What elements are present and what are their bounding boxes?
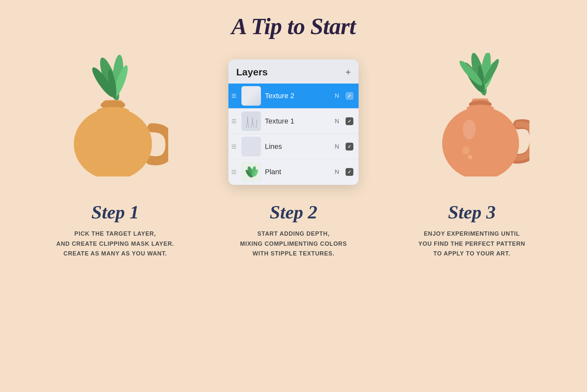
step-3-title: Step 3 xyxy=(448,201,496,223)
layer-mode-plant: N xyxy=(335,169,339,176)
svg-point-35 xyxy=(467,105,494,112)
layer-item-texture2[interactable]: Texture 2 N xyxy=(228,84,359,108)
drag-handle-plant xyxy=(232,170,238,174)
content-row: Layers + Texture 2 N xyxy=(0,53,587,185)
layer-item-texture1[interactable]: Texture 1 N xyxy=(228,109,359,134)
right-section xyxy=(380,53,567,180)
svg-point-7 xyxy=(74,108,152,176)
right-plant-leaves xyxy=(457,53,501,97)
drag-handle-texture1 xyxy=(232,119,238,123)
step-2-desc: START ADDING DEPTH,MIXING COMPLIMENTING … xyxy=(240,229,347,259)
svg-point-33 xyxy=(442,107,519,176)
step-1-title: Step 1 xyxy=(91,201,139,223)
middle-section: Layers + Texture 2 N xyxy=(207,53,381,185)
layer-name-texture1: Texture 1 xyxy=(265,117,331,125)
svg-point-36 xyxy=(462,147,470,154)
step-2-title: Step 2 xyxy=(270,201,318,223)
steps-row: Step 1 PICK THE TARGET LAYER,AND CREATE … xyxy=(0,191,587,259)
layers-panel: Layers + Texture 2 N xyxy=(228,59,359,185)
step-3-desc: ENJOY EXPERIMENTING UNTILYOU FIND THE PE… xyxy=(418,229,526,259)
thumbnail-plant xyxy=(241,162,261,182)
layer-mode-texture1: N xyxy=(335,118,339,125)
layer-name-lines: Lines xyxy=(265,142,331,151)
step-3-section: Step 3 ENJOY EXPERIMENTING UNTILYOU FIND… xyxy=(383,201,561,259)
drag-handle-texture2 xyxy=(232,94,238,98)
layer-name-plant: Plant xyxy=(265,168,331,176)
layer-checkbox-texture2[interactable] xyxy=(346,92,353,100)
step-2-section: Step 2 START ADDING DEPTH,MIXING COMPLIM… xyxy=(204,201,383,259)
layer-item-plant[interactable]: Plant N xyxy=(228,160,359,184)
thumbnail-texture1 xyxy=(241,111,261,131)
layer-mode-lines: N xyxy=(335,143,339,150)
step-1-desc: PICK THE TARGET LAYER,AND CREATE CLIPPIN… xyxy=(56,229,174,259)
left-plant-leaves xyxy=(89,54,130,102)
layer-checkbox-lines[interactable] xyxy=(346,143,353,150)
layers-add-button[interactable]: + xyxy=(346,68,351,77)
left-vase-container xyxy=(58,53,168,176)
layer-mode-texture2: N xyxy=(335,93,339,99)
layers-panel-title: Layers xyxy=(236,67,268,78)
svg-point-10 xyxy=(97,107,129,115)
left-section xyxy=(20,53,207,180)
svg-point-37 xyxy=(468,155,472,159)
page-title: A Tip to Start xyxy=(231,13,355,40)
layers-header: Layers + xyxy=(228,59,359,83)
thumbnail-lines xyxy=(241,137,261,156)
drag-handle-lines xyxy=(232,145,238,149)
right-vase-container xyxy=(419,53,529,176)
layer-item-lines[interactable]: Lines N xyxy=(228,134,359,159)
step-1-section: Step 1 PICK THE TARGET LAYER,AND CREATE … xyxy=(26,201,204,259)
layer-checkbox-plant[interactable] xyxy=(346,168,353,176)
page-wrapper: A Tip to Start xyxy=(0,0,587,392)
svg-rect-11 xyxy=(241,111,261,131)
layer-name-texture2: Texture 2 xyxy=(265,92,331,100)
right-vase-illustration xyxy=(419,53,529,176)
svg-point-38 xyxy=(463,120,476,139)
thumbnail-texture2 xyxy=(241,86,261,106)
left-vase-illustration xyxy=(58,53,168,176)
layer-checkbox-texture1[interactable] xyxy=(346,117,353,125)
